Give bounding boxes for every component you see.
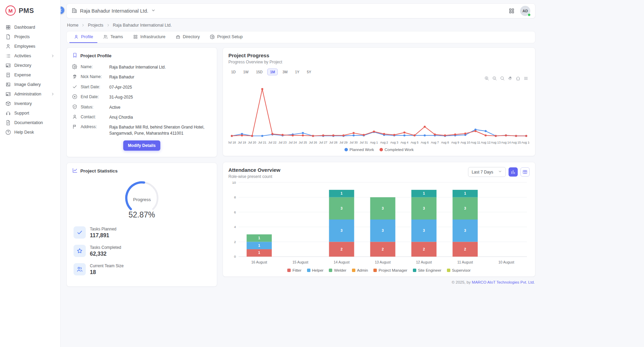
hand-toolbar-button[interactable] (508, 76, 513, 81)
legend-swatch (373, 269, 377, 272)
sidebar-item-support[interactable]: Support (0, 108, 60, 118)
apps-icon (509, 8, 515, 14)
legend-label: Helper (312, 268, 324, 272)
sidebar-item-documentation[interactable]: Documentation (0, 118, 60, 127)
headset-icon (5, 110, 11, 116)
profile-field-nick-name: Nick Name:Raja Bahadur (72, 74, 211, 80)
tab-label: Directory (183, 34, 200, 39)
sidebar-item-expense[interactable]: Expense (0, 70, 60, 80)
apps-grid-icon[interactable] (509, 8, 515, 14)
zoom-in-toolbar-button[interactable] (484, 76, 489, 81)
svg-text:1: 1 (464, 192, 466, 195)
range-button-15d[interactable]: 15D (253, 69, 265, 75)
fingerprint-icon (72, 74, 77, 79)
shield-icon (72, 104, 77, 109)
sidebar-item-label: Inventory (14, 101, 32, 106)
svg-text:Aug 11: Aug 11 (471, 141, 480, 144)
profile-fields: Name:Raja Bahadur International Ltd.Nick… (72, 64, 211, 136)
doc-icon (5, 34, 11, 40)
logo: M PMS (0, 4, 60, 19)
legend-item-supervisor[interactable]: Supervisor (447, 268, 471, 272)
svg-text:Jul 25: Jul 25 (299, 141, 307, 144)
legend-item-project-manager[interactable]: Project Manager (373, 268, 407, 272)
progress-line-chart[interactable]: Jul 18Jul 19Jul 20Jul 21Jul 22Jul 23Jul … (228, 81, 530, 146)
legend-item-fitter[interactable]: Fitter (287, 268, 301, 272)
stat-value: 18 (90, 269, 124, 275)
hand-icon (508, 76, 513, 81)
attendance-bar-chart[interactable]: 024681016 August11115 August14 August233… (228, 179, 530, 267)
range-button-1y[interactable]: 1Y (292, 69, 302, 75)
sidebar-item-image-gallery[interactable]: Image Gallery (0, 80, 60, 89)
svg-text:2: 2 (234, 240, 236, 244)
legend-item-planned-work[interactable]: Planned Work (344, 148, 374, 152)
sidebar-item-activities[interactable]: Activities (0, 51, 60, 61)
field-value: Anuj Chordia (109, 115, 133, 120)
progress-chart-legend: Planned WorkCompleted Work (228, 148, 530, 152)
zoom-out-toolbar-button[interactable] (492, 76, 497, 81)
sidebar-collapse-button[interactable] (61, 6, 64, 14)
tab-directory[interactable]: Directory (171, 31, 204, 43)
sidebar-item-projects[interactable]: Projects (0, 32, 60, 42)
avatar[interactable]: AD (520, 6, 530, 16)
breadcrumb-item-home[interactable]: Home (67, 23, 78, 28)
list-icon (5, 53, 11, 59)
briefcase-icon (176, 34, 180, 39)
company-link[interactable]: MARCO AIoT Technologies Pvt. Ltd. (472, 280, 535, 284)
time-range-selector: 1D1W15D1M3M1Y5Y (228, 69, 530, 75)
days-filter-select[interactable]: Last 7 Days (468, 167, 506, 177)
bar-view-button[interactable] (509, 167, 518, 177)
company-selector[interactable]: Raja Bahadur International Ltd. (71, 7, 156, 14)
svg-text:2: 2 (341, 247, 343, 251)
range-button-5y[interactable]: 5Y (304, 69, 314, 75)
tab-profile[interactable]: Profile (69, 31, 97, 43)
modify-details-button[interactable]: Modify Details (123, 140, 160, 151)
legend-item-completed-work[interactable]: Completed Work (380, 148, 414, 152)
sidebar-item-administration[interactable]: Administration (0, 89, 60, 99)
project-profile-title: Project Profile (80, 53, 112, 58)
svg-text:Jul 30: Jul 30 (350, 141, 358, 144)
legend-label: Planned Work (350, 148, 374, 152)
project-profile-title-row: Project Profile (72, 52, 211, 59)
sidebar-item-directory[interactable]: Directory (0, 61, 60, 70)
range-button-1d[interactable]: 1D (228, 69, 238, 75)
legend-item-admin[interactable]: Admin (352, 268, 368, 272)
magnifier-toolbar-button[interactable] (500, 76, 505, 81)
content-container: Raja Bahadur International Ltd. AD HomeP… (66, 3, 535, 288)
legend-label: Completed Work (385, 148, 414, 152)
legend-item-welder[interactable]: Welder (329, 268, 346, 272)
svg-text:2: 2 (423, 247, 425, 251)
home-toolbar-button[interactable] (516, 76, 520, 81)
sidebar-item-label: Activities (14, 54, 31, 58)
sidebar-item-dashboard[interactable]: Dashboard (0, 22, 60, 32)
legend-item-site-engineer[interactable]: Site Engineer (413, 268, 441, 272)
chevron-down-icon (498, 169, 502, 174)
svg-text:Aug 9: Aug 9 (451, 141, 459, 144)
range-button-1m[interactable]: 1M (267, 69, 278, 75)
breadcrumb-item-projects[interactable]: Projects (88, 23, 103, 28)
field-label: Contact: (81, 115, 106, 119)
svg-text:0: 0 (234, 255, 236, 258)
svg-text:Jul 27: Jul 27 (319, 141, 327, 144)
tab-label: Project Setup (217, 34, 243, 39)
sidebar-item-inventory[interactable]: Inventory (0, 99, 60, 108)
tab-teams[interactable]: Teams (99, 31, 127, 43)
menu-toolbar-button[interactable] (524, 76, 528, 81)
bookmark-icon (72, 52, 78, 59)
range-button-3m[interactable]: 3M (280, 69, 290, 75)
tab-project-setup[interactable]: Project Setup (206, 31, 247, 43)
tab-infrastructure[interactable]: Infrastructure (129, 31, 170, 43)
svg-text:1: 1 (341, 192, 343, 195)
chevron-down-icon (498, 169, 502, 175)
bookmark-icon (72, 52, 78, 58)
legend-label: Admin (357, 268, 368, 272)
range-button-1w[interactable]: 1W (240, 69, 251, 75)
legend-item-helper[interactable]: Helper (307, 268, 324, 272)
field-label: Name: (81, 64, 106, 69)
sidebar-item-employees[interactable]: Employees (0, 42, 60, 51)
sidebar-item-help-desk[interactable]: Help Desk (0, 127, 60, 137)
svg-text:Aug 4: Aug 4 (400, 141, 408, 144)
svg-text:Jul 26: Jul 26 (309, 141, 317, 144)
table-view-button[interactable] (520, 167, 530, 177)
svg-text:Jul 19: Jul 19 (238, 141, 246, 144)
svg-text:Aug 1: Aug 1 (370, 141, 378, 144)
